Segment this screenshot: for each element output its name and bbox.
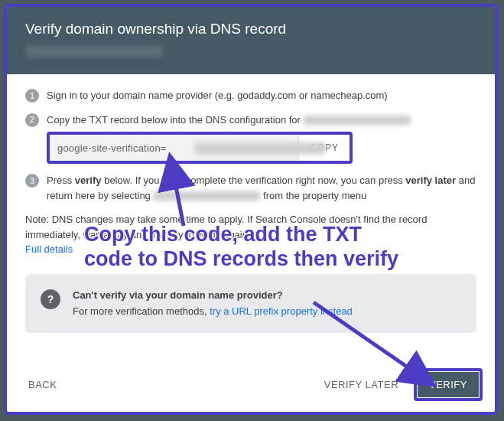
help-icon: ? xyxy=(41,289,60,309)
step-text: Copy the TXT record below into the DNS c… xyxy=(47,114,304,126)
modal-content: 1 Sign in to your domain name provider (… xyxy=(7,74,495,361)
step-body: Copy the TXT record below into the DNS c… xyxy=(47,113,476,165)
info-box: ? Can't verify via your domain name prov… xyxy=(25,274,476,333)
txt-record-input[interactable] xyxy=(50,136,193,160)
info-text: For more verification methods, xyxy=(73,305,210,317)
note: Note: DNS changes may take some time to … xyxy=(25,212,476,257)
full-details-link[interactable]: Full details xyxy=(25,243,73,255)
url-prefix-link[interactable]: try a URL prefix property instead xyxy=(210,305,353,317)
step-text: Sign in to your domain name provider (e.… xyxy=(47,88,476,103)
step-text: Press verify below. If you can't complet… xyxy=(47,173,476,203)
verify-later-button[interactable]: VERIFY LATER xyxy=(315,373,408,397)
txt-record-row: COPY xyxy=(47,132,353,164)
copy-button[interactable]: COPY xyxy=(298,135,350,161)
step-2: 2 Copy the TXT record below into the DNS… xyxy=(25,113,476,165)
info-title: Can't verify via your domain name provid… xyxy=(73,288,353,303)
modal-header: Verify domain ownership via DNS record xyxy=(7,7,495,74)
step-3: 3 Press verify below. If you can't compl… xyxy=(25,173,476,203)
domain-blurred xyxy=(304,116,411,125)
note-text: Note: DNS changes may take some time to … xyxy=(25,214,427,240)
modal-title: Verify domain ownership via DNS record xyxy=(25,21,476,38)
step-number: 1 xyxy=(25,89,39,103)
step-1: 1 Sign in to your domain name provider (… xyxy=(25,88,476,103)
back-button[interactable]: BACK xyxy=(19,373,66,397)
step-number: 2 xyxy=(25,113,39,127)
info-body: Can't verify via your domain name provid… xyxy=(73,288,353,319)
verify-button[interactable]: VERIFY xyxy=(414,368,483,401)
property-blurred xyxy=(153,191,260,201)
step-number: 3 xyxy=(25,174,39,188)
domain-subtitle-blurred xyxy=(25,45,163,57)
modal-footer: BACK VERIFY LATER VERIFY xyxy=(7,361,495,412)
verify-modal: Verify domain ownership via DNS record 1… xyxy=(4,4,498,415)
